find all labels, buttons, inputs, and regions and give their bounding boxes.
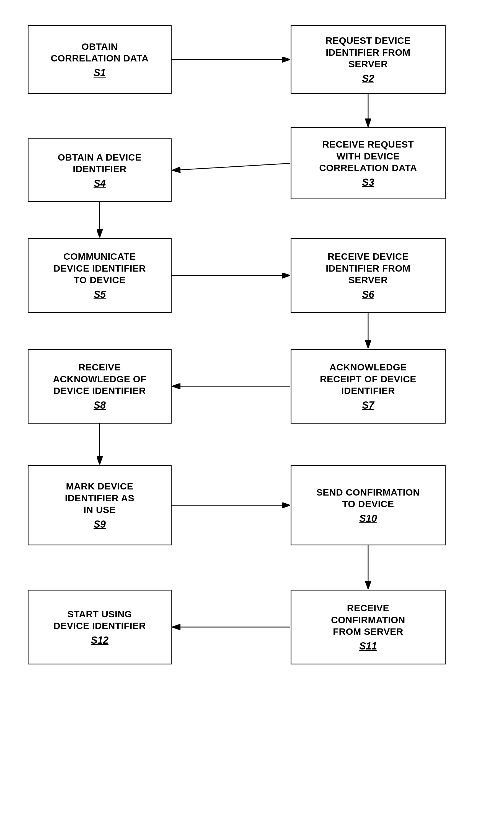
box-s6-title: RECEIVE DEVICEIDENTIFIER FROMSERVER [326,250,410,286]
box-s9-title: MARK DEVICEIDENTIFIER ASIN USE [65,480,135,516]
box-s3-title: RECEIVE REQUESTWITH DEVICECORRELATION DA… [319,138,417,174]
box-s11-title: RECEIVECONFIRMATIONFROM SERVER [331,602,405,638]
box-s4: OBTAIN A DEVICEIDENTIFIER S4 [28,138,172,202]
box-s2-title: REQUEST DEVICEIDENTIFIER FROMSERVER [326,34,410,70]
box-s10-title: SEND CONFIRMATIONTO DEVICE [316,486,420,510]
box-s8-title: RECEIVEACKNOWLEDGE OFDEVICE IDENTIFIER [53,361,146,397]
box-s6-step: S6 [362,289,374,300]
box-s7-step: S7 [362,399,374,411]
box-s1: OBTAINCORRELATION DATA S1 [28,25,172,94]
box-s3: RECEIVE REQUESTWITH DEVICECORRELATION DA… [290,127,445,199]
box-s6: RECEIVE DEVICEIDENTIFIER FROMSERVER S6 [290,238,445,313]
box-s5-step: S5 [94,289,106,300]
box-s4-title: OBTAIN A DEVICEIDENTIFIER [58,151,142,175]
box-s12-step: S12 [91,634,108,646]
box-s5-title: COMMUNICATEDEVICE IDENTIFIERTO DEVICE [54,250,146,286]
box-s3-step: S3 [362,177,374,188]
diagram-container: OBTAINCORRELATION DATA S1 REQUEST DEVICE… [11,11,493,786]
arrow-a3 [173,163,290,170]
box-s12: START USINGDEVICE IDENTIFIER S12 [28,590,172,664]
box-s12-title: START USINGDEVICE IDENTIFIER [54,608,146,632]
box-s9: MARK DEVICEIDENTIFIER ASIN USE S9 [28,465,172,545]
box-s11-step: S11 [359,640,377,652]
box-s9-step: S9 [94,519,106,530]
box-s2-step: S2 [362,73,374,84]
box-s1-step: S1 [94,67,106,79]
box-s5: COMMUNICATEDEVICE IDENTIFIERTO DEVICE S5 [28,238,172,313]
box-s11: RECEIVECONFIRMATIONFROM SERVER S11 [290,590,445,664]
box-s2: REQUEST DEVICEIDENTIFIER FROMSERVER S2 [290,25,445,94]
box-s4-step: S4 [94,178,106,190]
box-s8: RECEIVEACKNOWLEDGE OFDEVICE IDENTIFIER S… [28,349,172,424]
box-s10: SEND CONFIRMATIONTO DEVICE S10 [290,465,445,545]
box-s7-title: ACKNOWLEDGERECEIPT OF DEVICEIDENTIFIER [320,361,417,397]
box-s8-step: S8 [94,399,106,411]
box-s1-title: OBTAINCORRELATION DATA [51,41,149,64]
box-s10-step: S10 [359,513,377,524]
box-s7: ACKNOWLEDGERECEIPT OF DEVICEIDENTIFIER S… [290,349,445,424]
